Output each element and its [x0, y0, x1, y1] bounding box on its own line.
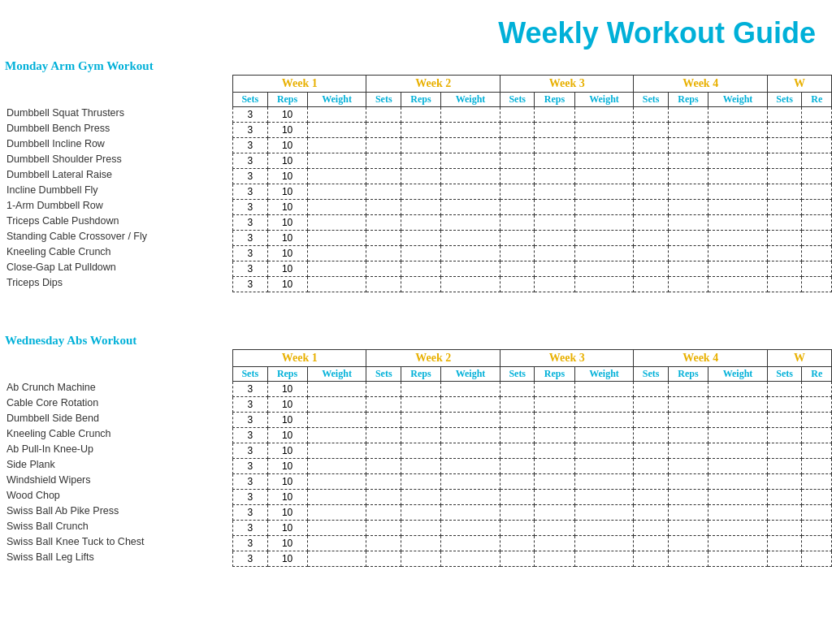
- cell-r0-w1-reps[interactable]: [401, 107, 440, 123]
- cell-r8-w1-weight[interactable]: [441, 505, 500, 521]
- cell-r5-w2-reps[interactable]: [535, 459, 574, 474]
- cell-r6-w0-reps[interactable]: 10: [267, 474, 307, 490]
- cell-r8-w0-reps[interactable]: 10: [267, 505, 307, 521]
- cell-r10-w2-reps[interactable]: [535, 536, 574, 551]
- cell-r2-w2-reps[interactable]: [535, 413, 574, 428]
- cell-r4-w3-sets[interactable]: [634, 169, 669, 184]
- cell-r11-w1-sets[interactable]: [366, 551, 401, 567]
- cell-r4-w2-weight[interactable]: [574, 443, 634, 459]
- cell-r10-w0-weight[interactable]: [307, 261, 366, 277]
- cell-r0-w4-sets[interactable]: [767, 107, 802, 123]
- cell-r11-w3-sets[interactable]: [634, 551, 669, 567]
- cell-r3-w3-reps[interactable]: [668, 153, 708, 169]
- cell-r2-w1-reps[interactable]: [401, 138, 440, 153]
- cell-r1-w3-sets[interactable]: [634, 397, 669, 413]
- cell-r1-w2-reps[interactable]: [535, 397, 574, 413]
- cell-r2-w4-sets[interactable]: [767, 138, 802, 153]
- cell-r2-w0-weight[interactable]: [307, 138, 366, 153]
- cell-r5-w2-reps[interactable]: [535, 184, 574, 200]
- cell-r11-w2-reps[interactable]: [535, 277, 574, 292]
- cell-r1-w2-sets[interactable]: [500, 397, 535, 413]
- cell-r3-w2-reps[interactable]: [535, 428, 574, 443]
- cell-r9-w2-sets[interactable]: [500, 246, 535, 261]
- cell-r9-w2-weight[interactable]: [574, 521, 634, 536]
- cell-r8-w3-reps[interactable]: [668, 505, 708, 521]
- cell-r10-w3-sets[interactable]: [634, 261, 669, 277]
- cell-r10-w2-sets[interactable]: [500, 261, 535, 277]
- cell-r9-w3-reps[interactable]: [668, 521, 708, 536]
- cell-r6-w0-weight[interactable]: [307, 200, 366, 215]
- cell-r6-w3-reps[interactable]: [668, 200, 708, 215]
- cell-r8-w4-sets[interactable]: [767, 231, 802, 246]
- cell-r0-w2-weight[interactable]: [574, 382, 634, 397]
- cell-r10-w2-weight[interactable]: [574, 536, 634, 551]
- cell-r5-w1-sets[interactable]: [366, 184, 401, 200]
- cell-r4-w2-reps[interactable]: [535, 169, 574, 184]
- cell-r10-w1-weight[interactable]: [441, 536, 500, 551]
- cell-r10-w2-sets[interactable]: [500, 536, 535, 551]
- cell-r4-w1-sets[interactable]: [366, 443, 401, 459]
- cell-r1-w3-weight[interactable]: [708, 397, 768, 413]
- cell-r2-w0-reps[interactable]: 10: [267, 138, 307, 153]
- cell-r2-w2-reps[interactable]: [535, 138, 574, 153]
- cell-r6-w4-sets[interactable]: [767, 474, 802, 490]
- cell-r4-w3-reps[interactable]: [668, 443, 708, 459]
- cell-r3-w2-reps[interactable]: [535, 153, 574, 169]
- cell-r3-w4-sets[interactable]: [767, 428, 802, 443]
- cell-r7-w2-sets[interactable]: [500, 215, 535, 231]
- cell-r0-w2-reps[interactable]: [535, 382, 574, 397]
- cell-r5-w3-reps[interactable]: [668, 184, 708, 200]
- cell-r3-w2-sets[interactable]: [500, 428, 535, 443]
- cell-r2-w0-sets[interactable]: 3: [233, 413, 268, 428]
- cell-r1-w1-reps[interactable]: [401, 123, 440, 138]
- cell-r0-w3-weight[interactable]: [708, 107, 768, 123]
- cell-r9-w1-weight[interactable]: [441, 521, 500, 536]
- cell-r3-w3-weight[interactable]: [708, 153, 768, 169]
- cell-r0-w4-re[interactable]: [802, 382, 832, 397]
- cell-r1-w1-reps[interactable]: [401, 397, 440, 413]
- cell-r0-w3-weight[interactable]: [708, 382, 768, 397]
- cell-r1-w4-re[interactable]: [802, 123, 832, 138]
- cell-r9-w1-reps[interactable]: [401, 521, 440, 536]
- cell-r6-w1-reps[interactable]: [401, 474, 440, 490]
- cell-r2-w1-reps[interactable]: [401, 413, 440, 428]
- cell-r8-w2-reps[interactable]: [535, 505, 574, 521]
- cell-r3-w2-weight[interactable]: [574, 428, 634, 443]
- cell-r11-w2-sets[interactable]: [500, 551, 535, 567]
- cell-r2-w3-sets[interactable]: [634, 413, 669, 428]
- cell-r10-w4-sets[interactable]: [767, 536, 802, 551]
- cell-r5-w4-re[interactable]: [802, 459, 832, 474]
- cell-r5-w3-reps[interactable]: [668, 459, 708, 474]
- cell-r3-w2-weight[interactable]: [574, 153, 634, 169]
- cell-r4-w2-weight[interactable]: [574, 169, 634, 184]
- cell-r2-w0-reps[interactable]: 10: [267, 413, 307, 428]
- cell-r5-w2-sets[interactable]: [500, 184, 535, 200]
- cell-r1-w0-sets[interactable]: 3: [233, 397, 268, 413]
- cell-r1-w0-sets[interactable]: 3: [233, 123, 268, 138]
- cell-r9-w3-weight[interactable]: [708, 521, 768, 536]
- cell-r6-w4-re[interactable]: [802, 200, 832, 215]
- cell-r7-w3-reps[interactable]: [668, 490, 708, 505]
- cell-r6-w2-sets[interactable]: [500, 200, 535, 215]
- cell-r1-w3-reps[interactable]: [668, 397, 708, 413]
- cell-r4-w1-reps[interactable]: [401, 443, 440, 459]
- cell-r6-w2-weight[interactable]: [574, 200, 634, 215]
- cell-r11-w0-sets[interactable]: 3: [233, 551, 268, 567]
- cell-r9-w3-sets[interactable]: [634, 246, 669, 261]
- cell-r10-w0-reps[interactable]: 10: [267, 261, 307, 277]
- cell-r11-w3-weight[interactable]: [708, 551, 768, 567]
- cell-r5-w2-sets[interactable]: [500, 459, 535, 474]
- cell-r10-w0-weight[interactable]: [307, 536, 366, 551]
- cell-r10-w2-weight[interactable]: [574, 261, 634, 277]
- cell-r3-w1-sets[interactable]: [366, 153, 401, 169]
- cell-r11-w1-reps[interactable]: [401, 551, 440, 567]
- cell-r7-w0-weight[interactable]: [307, 215, 366, 231]
- cell-r4-w0-sets[interactable]: 3: [233, 443, 268, 459]
- cell-r5-w3-sets[interactable]: [634, 459, 669, 474]
- cell-r0-w2-weight[interactable]: [574, 107, 634, 123]
- cell-r0-w3-reps[interactable]: [668, 107, 708, 123]
- cell-r5-w0-weight[interactable]: [307, 184, 366, 200]
- cell-r1-w2-weight[interactable]: [574, 397, 634, 413]
- cell-r10-w3-weight[interactable]: [708, 261, 768, 277]
- cell-r9-w1-sets[interactable]: [366, 246, 401, 261]
